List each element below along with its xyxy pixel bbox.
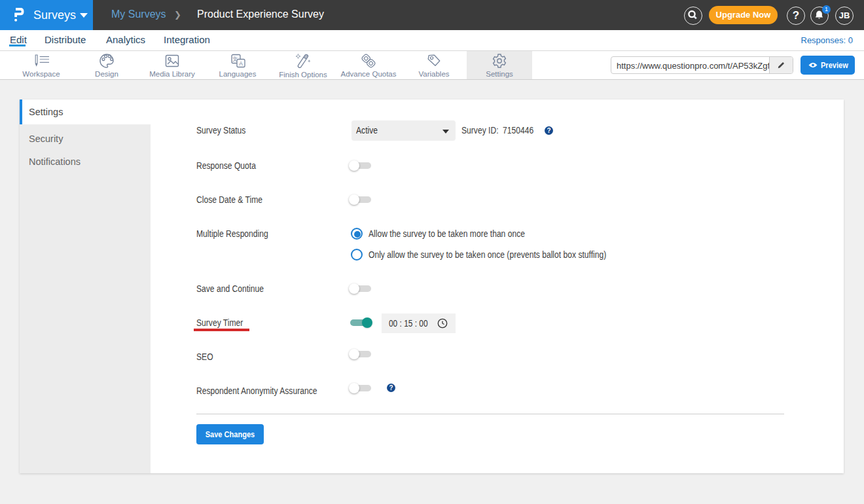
svg-text:A: A [239, 60, 243, 67]
